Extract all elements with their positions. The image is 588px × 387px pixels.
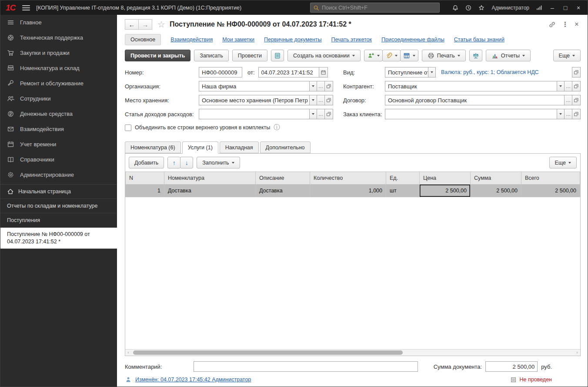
organization-ellipsis-button[interactable]: … <box>317 81 325 91</box>
save-button[interactable]: Записать <box>194 50 228 61</box>
contract-field[interactable]: Основной договор Поставщик <box>385 95 565 105</box>
doc-nav-link-labels-print[interactable]: Печать этикеток <box>331 37 372 43</box>
close-tab-icon[interactable]: × <box>575 20 579 29</box>
storage-dropdown-button[interactable] <box>309 95 317 105</box>
move-row-down-button[interactable]: ↓ <box>180 157 193 168</box>
currency-settings-link[interactable]: Валюта: руб., курс: 1; Облагается НДС <box>441 69 539 75</box>
scroll-right-arrow[interactable]: › <box>574 350 580 356</box>
sidebar-nav-home[interactable]: Начальная страница <box>0 185 117 199</box>
date-field[interactable]: 04.07.2023 17:41:52 <box>258 67 319 77</box>
copy-link-icon[interactable] <box>548 21 556 28</box>
calendar-picker-button[interactable] <box>319 67 328 77</box>
tab-additional[interactable]: Дополнительно <box>260 141 311 153</box>
combine-rows-checkbox[interactable] <box>125 125 131 131</box>
sidebar-item-repair-service[interactable]: Ремонт и обслуживание <box>0 76 117 91</box>
doc-nav-link-interactions[interactable]: Взаимодействия <box>170 37 213 43</box>
print-button[interactable]: Печать <box>422 50 466 61</box>
doc-nav-link-notes[interactable]: Мои заметки <box>222 37 254 43</box>
post-and-close-button[interactable]: Провести и закрыть <box>125 50 190 61</box>
counterparty-field[interactable]: Поставщик <box>385 81 557 91</box>
cell-total[interactable]: 2 500,00 <box>521 185 580 197</box>
sidebar-item-administration[interactable]: Администрирование <box>0 167 117 182</box>
sidebar-item-employees[interactable]: Сотрудники <box>0 91 117 106</box>
customer-order-dropdown-button[interactable] <box>557 109 565 119</box>
grid-more-button[interactable]: Еще <box>549 157 577 168</box>
table-row[interactable]: 1 Доставка Доставка 1,000 шт 2 500,00 2 … <box>126 185 580 197</box>
info-icon[interactable]: ⓘ <box>274 124 280 131</box>
organization-open-button[interactable] <box>324 81 333 91</box>
related-reports-dropdown-button[interactable] <box>400 50 418 61</box>
kind-dropdown-button[interactable] <box>428 67 436 77</box>
tab-services[interactable]: Услуги (1) <box>182 141 218 154</box>
more-menu-icon[interactable]: ⋮ <box>562 20 568 28</box>
kind-field[interactable]: Поступление от <box>385 67 428 77</box>
fill-button[interactable]: Заполнить <box>197 157 240 168</box>
sidebar-item-main[interactable]: Главное <box>0 15 117 30</box>
currency-open-button[interactable] <box>572 67 581 77</box>
customer-order-open-button[interactable] <box>572 109 581 119</box>
sidebar-item-references[interactable]: Справочники <box>0 152 117 167</box>
sidebar-item-purchases-sales[interactable]: Закупки и продажи <box>0 45 117 61</box>
main-menu-icon[interactable] <box>22 5 30 10</box>
scroll-left-arrow[interactable]: ‹ <box>125 350 131 356</box>
connection-quality-icon[interactable] <box>533 2 546 13</box>
sidebar-item-tech-support[interactable]: Техническая поддержка <box>0 30 117 45</box>
customer-order-field[interactable] <box>385 109 557 119</box>
contacts-dropdown-button[interactable] <box>364 50 383 61</box>
cell-sum[interactable]: 2 500,00 <box>471 185 521 197</box>
close-window-button[interactable]: × <box>572 2 585 13</box>
customer-order-ellipsis-button[interactable]: … <box>564 109 572 119</box>
more-button[interactable]: Еще <box>553 50 581 61</box>
column-header-quantity[interactable]: Количество <box>310 172 386 185</box>
maximize-button[interactable]: □ <box>559 2 572 13</box>
column-header-unit[interactable]: Ед. <box>386 172 420 185</box>
modified-by-link[interactable]: Изменён: 04.07.2023 17:45:42 Администрат… <box>135 377 251 383</box>
back-button[interactable]: ← <box>125 19 139 30</box>
cell-unit[interactable]: шт <box>386 185 420 197</box>
counterparty-dropdown-button[interactable] <box>557 81 565 91</box>
income-item-ellipsis-button[interactable]: … <box>317 109 325 119</box>
attachments-dropdown-button[interactable] <box>382 50 401 61</box>
organization-dropdown-button[interactable] <box>309 81 317 91</box>
column-header-nomenclature[interactable]: Номенклатура <box>164 172 256 185</box>
sidebar-item-money[interactable]: Денежные средства <box>0 106 117 121</box>
column-header-description[interactable]: Описание <box>256 172 310 185</box>
scrollbar-thumb[interactable] <box>133 350 403 355</box>
current-user-label[interactable]: Администратор <box>491 5 529 11</box>
contract-ellipsis-button[interactable]: … <box>564 95 572 105</box>
cell-quantity[interactable]: 1,000 <box>310 185 386 197</box>
sidebar-item-time-tracking[interactable]: Учет времени <box>0 137 117 152</box>
move-row-up-button[interactable]: ↑ <box>167 157 180 168</box>
counterparty-open-button[interactable] <box>572 81 581 91</box>
document-journal-button[interactable] <box>271 50 284 61</box>
post-button[interactable]: Провести <box>232 50 267 61</box>
organization-field[interactable]: Наша фирма <box>199 81 310 91</box>
sidebar-item-nomenclature-warehouse[interactable]: Номенклатура и склад <box>0 61 117 76</box>
notifications-bell-icon[interactable] <box>449 2 462 13</box>
minimize-button[interactable]: – <box>546 2 559 13</box>
cell-price-selected[interactable]: 2 500,00 <box>420 185 471 197</box>
favorites-star-icon[interactable] <box>475 2 488 13</box>
add-row-button[interactable]: Добавить <box>129 157 164 168</box>
reports-button[interactable]: Отчеты <box>486 50 531 61</box>
sidebar-nav-receipts[interactable]: Поступления <box>0 213 117 228</box>
history-clock-icon[interactable] <box>462 2 475 13</box>
tab-nomenclature[interactable]: Номенклатура (6) <box>125 141 181 153</box>
column-header-price[interactable]: Цена <box>420 172 471 185</box>
doc-nav-link-kb-articles[interactable]: Статьи базы знаний <box>454 37 504 43</box>
sidebar-nav-current-document[interactable]: Поступление № НФ00-000009 от 04.07.2023 … <box>0 228 117 249</box>
income-item-field[interactable] <box>199 109 310 119</box>
cell-description[interactable]: Доставка <box>256 185 310 197</box>
tab-invoice[interactable]: Накладная <box>220 141 259 153</box>
cell-n[interactable]: 1 <box>126 185 164 197</box>
column-header-sum[interactable]: Сумма <box>471 172 521 185</box>
search-input[interactable] <box>322 5 437 11</box>
favorite-star-icon[interactable]: ☆ <box>157 19 165 30</box>
horizontal-scrollbar[interactable]: ‹ › <box>125 349 580 356</box>
storage-ellipsis-button[interactable]: … <box>317 95 325 105</box>
comment-input[interactable] <box>194 361 418 372</box>
doc-nav-link-attached-files[interactable]: Присоединенные файлы <box>381 37 444 43</box>
storage-open-button[interactable] <box>324 95 333 105</box>
income-item-dropdown-button[interactable] <box>309 109 317 119</box>
doc-nav-tab-main[interactable]: Основное <box>125 34 161 45</box>
